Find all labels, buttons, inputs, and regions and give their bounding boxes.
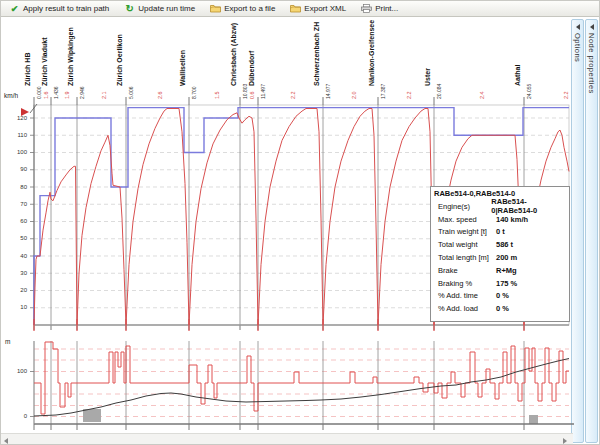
info-row-label: Total length [m] (434, 253, 496, 262)
info-row-label: % Add. time (434, 291, 496, 300)
info-row-label: Total weight (434, 240, 496, 249)
info-row-value: 586 t (496, 240, 513, 249)
info-row-value: R+Mg (496, 266, 517, 275)
info-row-label: Braking % (434, 279, 496, 288)
info-row: Braking %175 % (434, 277, 566, 290)
info-row-value: 140 km/h (496, 215, 528, 224)
train-run-window: ✔Apply result to train path↻Update run t… (0, 0, 600, 445)
info-row-value: RABe514-0|RABe514-0 (491, 197, 566, 215)
info-row-label: Max. speed (434, 215, 496, 224)
info-row: Total length [m]200 m (434, 251, 566, 264)
info-row: Engine(s)RABe514-0|RABe514-0 (434, 200, 566, 213)
train-start-marker (21, 108, 29, 116)
info-row-value: 0 % (496, 291, 509, 300)
info-row-value: 200 m (496, 253, 517, 262)
info-row-label: Train weight [t] (434, 227, 496, 236)
elevation-line (34, 359, 569, 417)
info-row-value: 175 % (496, 279, 517, 288)
info-row-label: Engine(s) (434, 202, 491, 211)
info-row-value: 0 t (496, 227, 505, 236)
tunnel-marker (83, 409, 101, 422)
info-row-label: Brake (434, 266, 496, 275)
info-row-label: % Add. load (434, 304, 496, 313)
train-info-box: RABe514-0,RABe514-0 Engine(s)RABe514-0|R… (430, 186, 570, 322)
tunnel-marker (529, 415, 538, 424)
info-row: % Add. time0 % (434, 290, 566, 303)
info-row: Train weight [t]0 t (434, 226, 566, 239)
info-row: % Add. load0 % (434, 302, 566, 315)
info-row: Total weight586 t (434, 238, 566, 251)
info-row: BrakeR+Mg (434, 264, 566, 277)
info-row-value: 0 % (496, 304, 509, 313)
